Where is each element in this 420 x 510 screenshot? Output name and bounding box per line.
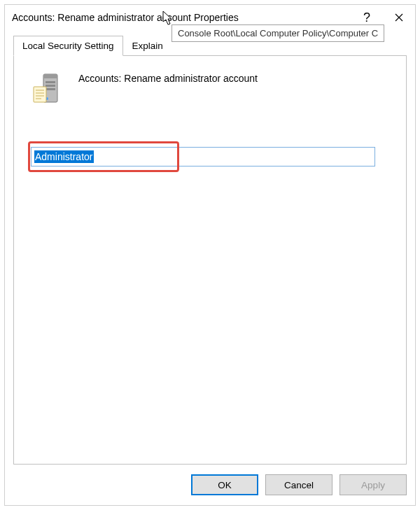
help-icon: ?: [363, 10, 370, 25]
tab-label: Explain: [132, 41, 163, 51]
svg-rect-4: [46, 88, 55, 90]
svg-rect-3: [46, 85, 55, 87]
apply-button: Apply: [340, 474, 407, 495]
input-area: Administrator: [31, 147, 389, 167]
button-label: Apply: [361, 480, 385, 490]
close-icon: [395, 13, 403, 22]
ok-button[interactable]: OK: [191, 474, 258, 495]
properties-dialog: Accounts: Rename administrator account P…: [4, 4, 416, 506]
button-bar: OK Cancel Apply: [5, 465, 415, 505]
input-value: Administrator: [34, 150, 94, 163]
svg-rect-1: [43, 74, 57, 78]
button-label: Cancel: [284, 480, 314, 490]
tab-panel: Accounts: Rename administrator account A…: [13, 55, 407, 465]
client-area: Local Security Setting Explain: [5, 30, 415, 465]
policy-title: Accounts: Rename administrator account: [78, 71, 258, 84]
tooltip-text: Console Root\Local Computer Policy\Compu…: [178, 28, 378, 38]
administrator-name-input[interactable]: Administrator: [31, 147, 375, 167]
cancel-button[interactable]: Cancel: [265, 474, 332, 495]
path-tooltip: Console Root\Local Computer Policy\Compu…: [172, 24, 384, 42]
svg-rect-2: [46, 81, 55, 83]
window-title: Accounts: Rename administrator account P…: [12, 12, 351, 23]
policy-icon: [31, 71, 63, 106]
svg-rect-6: [34, 87, 46, 102]
tab-explain[interactable]: Explain: [123, 36, 172, 56]
button-label: OK: [218, 480, 232, 490]
close-button[interactable]: [383, 5, 415, 30]
policy-header: Accounts: Rename administrator account: [31, 71, 389, 106]
tab-label: Local Security Setting: [22, 41, 114, 51]
tab-local-security-setting[interactable]: Local Security Setting: [13, 36, 123, 56]
